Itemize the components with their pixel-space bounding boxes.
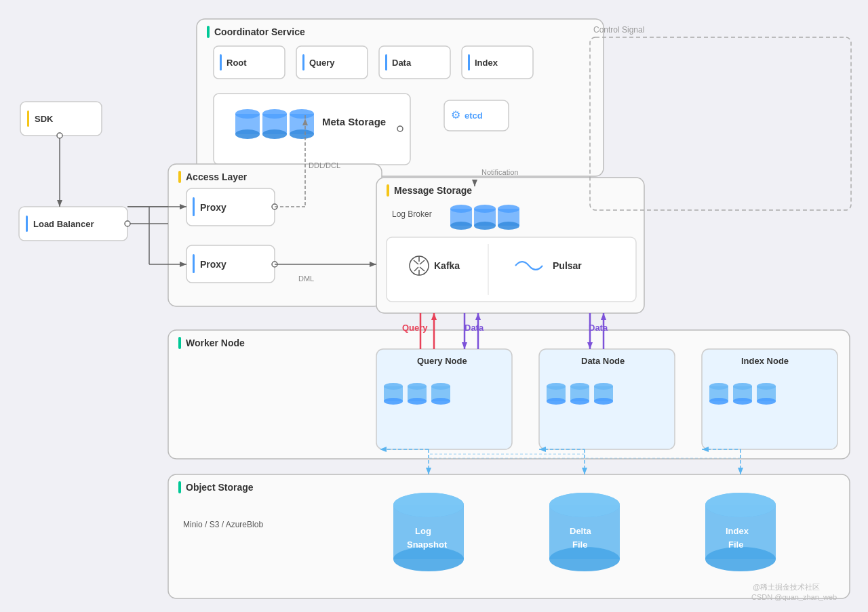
svg-text:Query: Query bbox=[309, 58, 335, 68]
svg-point-19 bbox=[235, 129, 260, 139]
svg-point-123 bbox=[705, 547, 776, 571]
svg-text:Log Broker: Log Broker bbox=[392, 209, 432, 219]
svg-rect-14 bbox=[468, 54, 470, 70]
svg-point-117 bbox=[549, 547, 620, 571]
svg-text:⚙: ⚙ bbox=[451, 109, 460, 121]
svg-rect-43 bbox=[193, 254, 195, 273]
svg-text:Delta: Delta bbox=[570, 526, 592, 536]
svg-point-140 bbox=[125, 221, 130, 226]
svg-text:Data: Data bbox=[392, 58, 412, 68]
svg-rect-30 bbox=[20, 102, 102, 136]
svg-point-87 bbox=[547, 398, 566, 405]
svg-text:File: File bbox=[572, 539, 587, 550]
svg-rect-36 bbox=[168, 164, 382, 306]
svg-text:DDL/DCL: DDL/DCL bbox=[309, 161, 340, 169]
svg-text:etcd: etcd bbox=[465, 110, 483, 121]
svg-text:Worker Node: Worker Node bbox=[186, 338, 245, 348]
svg-rect-5 bbox=[220, 54, 222, 70]
svg-text:Notification: Notification bbox=[481, 168, 518, 176]
svg-text:Proxy: Proxy bbox=[200, 202, 226, 213]
svg-text:SDK: SDK bbox=[35, 114, 54, 124]
svg-point-79 bbox=[408, 398, 427, 405]
svg-point-101 bbox=[733, 398, 752, 405]
svg-text:Index Node: Index Node bbox=[741, 356, 789, 366]
svg-rect-34 bbox=[26, 216, 28, 232]
svg-text:@稀土掘金技术社区: @稀土掘金技术社区 bbox=[753, 583, 820, 591]
svg-point-104 bbox=[757, 398, 776, 405]
svg-text:File: File bbox=[728, 539, 743, 550]
svg-point-57 bbox=[498, 222, 519, 230]
svg-text:CSDN @quan_zhan_web: CSDN @quan_zhan_web bbox=[751, 593, 837, 601]
svg-rect-8 bbox=[302, 54, 304, 70]
svg-point-150 bbox=[397, 126, 403, 131]
svg-point-98 bbox=[709, 398, 728, 405]
svg-text:Object Storage: Object Storage bbox=[186, 482, 254, 493]
svg-text:Meta Storage: Meta Storage bbox=[322, 116, 386, 127]
svg-text:Query: Query bbox=[402, 323, 428, 333]
svg-text:Kafka: Kafka bbox=[434, 260, 460, 271]
svg-point-129 bbox=[57, 133, 62, 138]
svg-rect-58 bbox=[387, 237, 636, 302]
svg-text:Minio / S3 / AzureBlob: Minio / S3 / AzureBlob bbox=[183, 520, 263, 529]
svg-point-111 bbox=[393, 547, 464, 571]
svg-rect-106 bbox=[178, 481, 181, 493]
svg-point-22 bbox=[262, 129, 287, 139]
svg-point-76 bbox=[384, 398, 403, 405]
svg-text:Data Node: Data Node bbox=[581, 356, 625, 366]
svg-text:Pulsar: Pulsar bbox=[553, 260, 582, 271]
svg-rect-40 bbox=[193, 197, 195, 216]
svg-point-82 bbox=[431, 398, 450, 405]
svg-text:Data: Data bbox=[589, 323, 608, 333]
svg-rect-37 bbox=[178, 171, 181, 183]
svg-text:Control Signal: Control Signal bbox=[593, 25, 644, 35]
svg-rect-31 bbox=[27, 110, 29, 127]
svg-text:Log: Log bbox=[415, 526, 431, 536]
svg-text:Message Storage: Message Storage bbox=[394, 185, 472, 196]
svg-text:Root: Root bbox=[226, 58, 247, 68]
svg-text:Data: Data bbox=[465, 323, 484, 333]
svg-point-112 bbox=[393, 493, 464, 517]
svg-text:Load Balancer: Load Balancer bbox=[33, 219, 94, 229]
svg-rect-11 bbox=[385, 54, 387, 70]
svg-rect-2 bbox=[207, 26, 210, 38]
svg-text:Index: Index bbox=[475, 58, 498, 68]
svg-point-124 bbox=[705, 493, 776, 517]
svg-point-51 bbox=[450, 222, 472, 230]
svg-point-90 bbox=[570, 398, 589, 405]
svg-point-118 bbox=[549, 493, 620, 517]
svg-rect-70 bbox=[178, 337, 181, 349]
svg-text:Index: Index bbox=[726, 526, 749, 536]
svg-point-25 bbox=[290, 129, 314, 139]
svg-text:Snapshot: Snapshot bbox=[407, 539, 448, 550]
svg-point-93 bbox=[594, 398, 613, 405]
svg-rect-4 bbox=[214, 46, 285, 79]
svg-text:DML: DML bbox=[298, 274, 314, 283]
svg-rect-10 bbox=[379, 46, 450, 79]
svg-text:Access Layer: Access Layer bbox=[186, 171, 248, 182]
svg-text:Coordinator Service: Coordinator Service bbox=[214, 26, 305, 37]
architecture-diagram: Coordinator Service Root Query Data Inde… bbox=[0, 0, 868, 612]
svg-point-54 bbox=[474, 222, 496, 230]
diagram-container: Coordinator Service Root Query Data Inde… bbox=[0, 0, 868, 612]
svg-text:Query Node: Query Node bbox=[417, 356, 467, 366]
svg-rect-46 bbox=[387, 184, 389, 197]
svg-text:Proxy: Proxy bbox=[200, 259, 226, 270]
